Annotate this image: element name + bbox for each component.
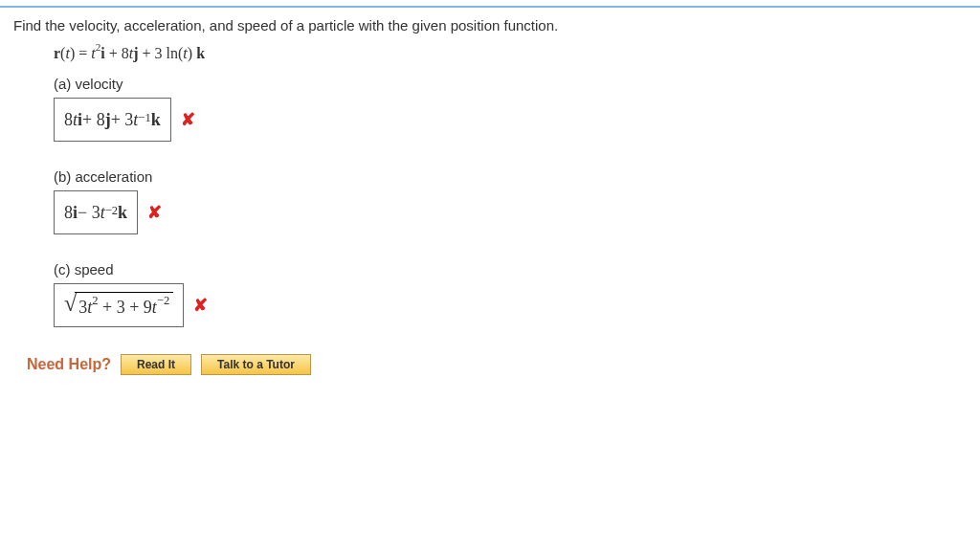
answer-c-input[interactable]: √ 3t2 + 3 + 9t−2 bbox=[54, 283, 184, 327]
part-c-label: (c) speed bbox=[54, 261, 967, 278]
part-b-row: 8i − 3t−2k ✘ bbox=[54, 190, 967, 234]
part-a-row: 8ti + 8j + 3t−1k ✘ bbox=[54, 98, 967, 142]
part-c-row: √ 3t2 + 3 + 9t−2 ✘ bbox=[54, 283, 967, 327]
question-content: Find the velocity, acceleration, and spe… bbox=[0, 8, 980, 394]
answer-a-input[interactable]: 8ti + 8j + 3t−1k bbox=[54, 98, 171, 142]
talk-to-tutor-button[interactable]: Talk to a Tutor bbox=[201, 354, 311, 375]
answer-b-input[interactable]: 8i − 3t−2k bbox=[54, 190, 138, 234]
read-it-button[interactable]: Read It bbox=[121, 354, 191, 375]
top-border bbox=[0, 0, 980, 8]
help-bar: Need Help? Read It Talk to a Tutor bbox=[27, 354, 967, 375]
question-body: r(t) = t2i + 8tj + 3 ln(t) k (a) velocit… bbox=[54, 43, 967, 327]
wrong-icon: ✘ bbox=[147, 202, 162, 223]
question-text: Find the velocity, acceleration, and spe… bbox=[13, 17, 967, 33]
need-help-label: Need Help? bbox=[27, 356, 111, 373]
position-function: r(t) = t2i + 8tj + 3 ln(t) k bbox=[54, 43, 967, 62]
wrong-icon: ✘ bbox=[181, 109, 195, 130]
wrong-icon: ✘ bbox=[193, 295, 208, 316]
part-b-label: (b) acceleration bbox=[54, 168, 967, 185]
part-a-label: (a) velocity bbox=[54, 76, 967, 92]
